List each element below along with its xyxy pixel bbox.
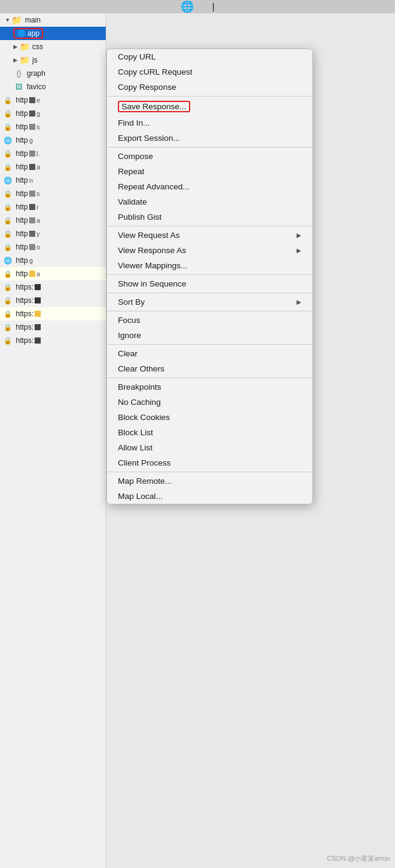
client-process-label: Client Process bbox=[118, 458, 171, 467]
watermark-text: CSDN @小菜菜arron bbox=[327, 855, 390, 862]
sidebar-item-http9[interactable]: 🔒 http r bbox=[0, 200, 106, 214]
menu-item-publish-gist[interactable]: Publish Gist bbox=[107, 209, 312, 225]
publish-gist-label: Publish Gist bbox=[118, 212, 162, 222]
sidebar-item-favicon[interactable]: 🖼 favico bbox=[0, 80, 106, 93]
clear-others-label: Clear Others bbox=[118, 364, 165, 373]
top-bar: 🌐 | bbox=[0, 0, 395, 13]
menu-item-block-list[interactable]: Block List bbox=[107, 425, 312, 440]
menu-item-copy-curl[interactable]: Copy cURL Request bbox=[107, 64, 312, 80]
menu-item-validate[interactable]: Validate bbox=[107, 194, 312, 209]
sidebar-item-http10[interactable]: 🔒 http a bbox=[0, 214, 106, 227]
menu-item-map-local[interactable]: Map Local... bbox=[107, 489, 312, 504]
sidebar-label-app: app bbox=[27, 29, 40, 38]
sidebar-label-https4: https: bbox=[16, 323, 33, 331]
menu-item-no-caching[interactable]: No Caching bbox=[107, 395, 312, 410]
menu-item-repeat-advanced[interactable]: Repeat Advanced... bbox=[107, 179, 312, 194]
separator-4 bbox=[107, 274, 312, 275]
sidebar-label-http4: http bbox=[16, 136, 28, 144]
sidebar-item-http13[interactable]: 🌐 http g bbox=[0, 254, 106, 267]
sidebar-item-http6[interactable]: 🔒 http a bbox=[0, 160, 106, 174]
arrow-view-response: ▶ bbox=[297, 247, 301, 254]
separator-9 bbox=[107, 472, 312, 472]
sidebar-item-http12[interactable]: 🔒 http o bbox=[0, 240, 106, 254]
sidebar-item-http7[interactable]: 🌐 http n bbox=[0, 174, 106, 187]
ignore-label: Ignore bbox=[118, 331, 141, 340]
menu-item-copy-response[interactable]: Copy Response bbox=[107, 80, 312, 95]
lock-icon-h2: 🔒 bbox=[2, 295, 13, 306]
cursor-bar: | bbox=[212, 2, 215, 12]
sidebar-item-http4[interactable]: 🌐 http g bbox=[0, 134, 106, 147]
menu-item-clear[interactable]: Clear bbox=[107, 346, 312, 361]
globe-icon-13: 🌐 bbox=[2, 255, 13, 266]
arrow-view-request: ▶ bbox=[297, 232, 301, 239]
lock-icon-12: 🔒 bbox=[2, 242, 13, 253]
map-local-label: Map Local... bbox=[118, 492, 163, 501]
lock-icon-5: 🔒 bbox=[2, 148, 13, 159]
disclosure-main: ▼ bbox=[5, 17, 10, 23]
menu-item-view-request-as[interactable]: View Request As ▶ bbox=[107, 228, 312, 243]
menu-item-block-cookies[interactable]: Block Cookies bbox=[107, 410, 312, 425]
menu-item-find-in[interactable]: Find In... bbox=[107, 115, 312, 131]
copy-curl-label: Copy cURL Request bbox=[118, 67, 193, 76]
lock-icon-h1: 🔒 bbox=[2, 282, 13, 293]
separator-6 bbox=[107, 311, 312, 311]
no-caching-label: No Caching bbox=[118, 398, 161, 407]
repeat-label: Repeat bbox=[118, 167, 145, 176]
sidebar-item-http2[interactable]: 🔒 http g bbox=[0, 107, 106, 120]
sidebar-label-http13: http bbox=[16, 256, 28, 265]
sidebar-item-http1[interactable]: 🔒 http e bbox=[0, 93, 106, 107]
menu-item-focus[interactable]: Focus bbox=[107, 313, 312, 328]
menu-item-compose[interactable]: Compose bbox=[107, 149, 312, 164]
context-menu: Copy URL Copy cURL Request Copy Response… bbox=[106, 49, 313, 504]
sidebar-item-app[interactable]: 🌐 app bbox=[0, 27, 106, 40]
js-file-icon: {} bbox=[13, 68, 24, 79]
menu-item-breakpoints[interactable]: Breakpoints bbox=[107, 379, 312, 395]
sidebar-item-main[interactable]: ▼ 📁 main bbox=[0, 13, 106, 27]
sidebar-label-http14: http bbox=[16, 270, 28, 278]
sidebar-item-graph[interactable]: {} graph bbox=[0, 67, 106, 80]
sidebar-item-http5[interactable]: 🔒 http l. bbox=[0, 147, 106, 160]
menu-item-allow-list[interactable]: Allow List bbox=[107, 440, 312, 455]
menu-item-ignore[interactable]: Ignore bbox=[107, 328, 312, 343]
sidebar-label-http1: http bbox=[16, 96, 28, 104]
menu-item-map-remote[interactable]: Map Remote... bbox=[107, 473, 312, 489]
watermark: CSDN @小菜菜arron bbox=[327, 854, 390, 863]
sidebar-item-http3[interactable]: 🔒 http s bbox=[0, 120, 106, 134]
lock-icon-h3: 🔒 bbox=[2, 308, 13, 319]
menu-item-view-response-as[interactable]: View Response As ▶ bbox=[107, 243, 312, 258]
sidebar-item-http11[interactable]: 🔒 http y bbox=[0, 227, 106, 240]
disclosure-js: ▶ bbox=[13, 57, 18, 63]
menu-item-export-session[interactable]: Export Session... bbox=[107, 131, 312, 146]
sidebar-item-http8[interactable]: 🔒 http s bbox=[0, 187, 106, 200]
sidebar-item-https3[interactable]: 🔒 https: bbox=[0, 307, 106, 320]
menu-item-client-process[interactable]: Client Process bbox=[107, 455, 312, 470]
sidebar-item-https5[interactable]: 🔒 https: bbox=[0, 334, 106, 347]
menu-item-copy-url[interactable]: Copy URL bbox=[107, 49, 312, 64]
focus-label: Focus bbox=[118, 316, 140, 325]
sidebar-item-https2[interactable]: 🔒 https: bbox=[0, 294, 106, 307]
sidebar-label-js: js bbox=[32, 56, 38, 64]
arrow-sort-by: ▶ bbox=[297, 299, 301, 305]
clear-label: Clear bbox=[118, 349, 137, 358]
viewer-mappings-label: Viewer Mappings... bbox=[118, 261, 188, 270]
menu-item-save-response[interactable]: Save Response... bbox=[107, 98, 312, 115]
lock-icon-8: 🔒 bbox=[2, 188, 13, 199]
sidebar-item-http14[interactable]: 🔒 http a bbox=[0, 267, 106, 280]
menu-item-viewer-mappings[interactable]: Viewer Mappings... bbox=[107, 258, 312, 273]
sort-by-label: Sort By bbox=[118, 297, 145, 307]
sidebar-label-http7: http bbox=[16, 176, 28, 185]
sidebar-item-css[interactable]: ▶ 📁 css bbox=[0, 40, 106, 53]
sidebar: ▼ 📁 main 🌐 app ▶ 📁 css ▶ 📁 js {} graph 🖼… bbox=[0, 13, 106, 868]
menu-item-repeat[interactable]: Repeat bbox=[107, 164, 312, 179]
copy-url-label: Copy URL bbox=[118, 52, 156, 61]
separator-7 bbox=[107, 344, 312, 345]
allow-list-label: Allow List bbox=[118, 443, 153, 452]
sidebar-item-https1[interactable]: 🔒 https: bbox=[0, 280, 106, 294]
menu-item-clear-others[interactable]: Clear Others bbox=[107, 361, 312, 376]
menu-item-show-in-sequence[interactable]: Show in Sequence bbox=[107, 276, 312, 291]
sidebar-item-https4[interactable]: 🔒 https: bbox=[0, 320, 106, 334]
menu-item-sort-by[interactable]: Sort By ▶ bbox=[107, 294, 312, 310]
separator-5 bbox=[107, 293, 312, 293]
sidebar-label-http3: http bbox=[16, 123, 28, 131]
sidebar-item-js[interactable]: ▶ 📁 js bbox=[0, 53, 106, 67]
